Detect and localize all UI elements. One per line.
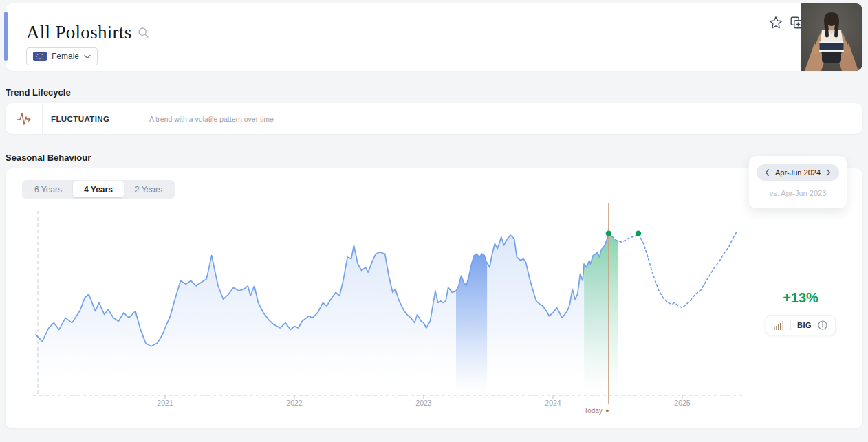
trend-lifecycle-card: FLUCTUATING A trend with a volatile patt… <box>6 103 862 134</box>
chevron-down-icon <box>84 54 91 59</box>
chevron-right-icon[interactable] <box>825 168 833 177</box>
trend-lifecycle-heading: Trend Lifecycle <box>6 87 71 98</box>
seasonal-chart-card: 20212022202320242025 Today 6 Years 4 Yea… <box>6 168 862 428</box>
lifecycle-status: FLUCTUATING <box>51 115 114 123</box>
tab-2-years[interactable]: 2 Years <box>124 181 173 197</box>
current-period: Apr-Jun 2024 <box>775 168 821 177</box>
chevron-left-icon[interactable] <box>763 168 771 177</box>
tab-4-years[interactable]: 4 Years <box>73 181 124 197</box>
seasonal-chart[interactable]: 20212022202320242025 Today <box>6 168 862 428</box>
comparison-period: vs. Apr-Jun 2023 <box>749 189 847 197</box>
range-tab-group: 6 Years 4 Years 2 Years <box>22 180 175 199</box>
trend-accent-bar <box>4 12 8 61</box>
svg-text:2025: 2025 <box>674 399 691 407</box>
magnitude-label: BIG <box>797 321 812 329</box>
magnitude-badge[interactable]: BIG <box>766 315 836 335</box>
audience-filter-dropdown[interactable]: Female <box>26 47 98 65</box>
period-nav-card: Apr-Jun 2024 vs. Apr-Jun 2023 <box>749 156 847 208</box>
growth-value: +13% <box>762 290 839 306</box>
header-card: All Poloshirts <box>6 3 862 71</box>
search-icon[interactable] <box>138 27 149 38</box>
growth-block: +13% BIG <box>762 290 839 335</box>
lifecycle-description: A trend with a volatile pattern over tim… <box>149 115 274 123</box>
app-canvas: All Poloshirts <box>0 0 868 442</box>
eu-flag-icon <box>33 52 47 61</box>
svg-text:2022: 2022 <box>286 399 303 407</box>
period-selector: Apr-Jun 2024 <box>757 164 839 181</box>
tab-6-years[interactable]: 6 Years <box>23 181 73 197</box>
svg-text:2021: 2021 <box>157 399 173 407</box>
badge-divider <box>790 320 791 330</box>
svg-text:Today: Today <box>584 407 603 415</box>
pulse-icon <box>15 110 33 128</box>
star-icon[interactable] <box>768 15 783 30</box>
product-photo <box>801 3 862 71</box>
bar-chart-icon <box>774 320 784 330</box>
info-icon[interactable] <box>818 320 827 330</box>
page-title: All Poloshirts <box>26 22 131 43</box>
svg-text:2024: 2024 <box>545 399 561 407</box>
svg-text:2023: 2023 <box>415 399 432 407</box>
audience-filter-label: Female <box>52 52 79 61</box>
seasonal-heading: Seasonal Behaviour <box>6 153 91 163</box>
